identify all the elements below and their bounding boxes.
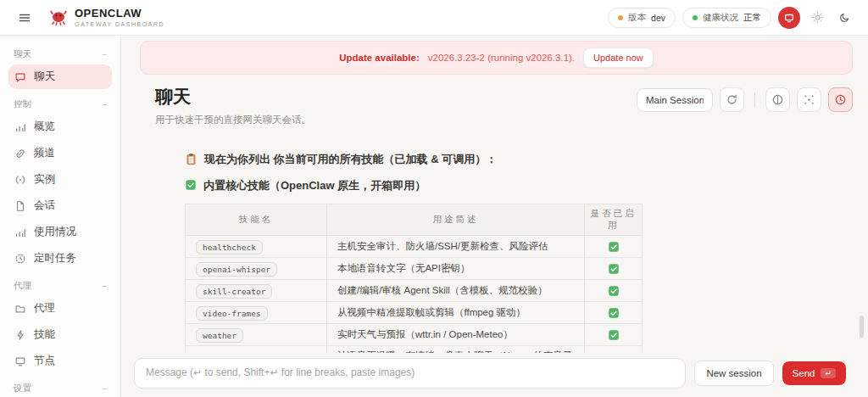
hamburger-icon [18, 11, 31, 25]
sidebar-item-channels[interactable]: 频道 [8, 141, 112, 165]
instance-icon [14, 174, 26, 186]
sidebar-item-usage[interactable]: 使用情况 [8, 220, 112, 244]
version-badge: 版本 dev [608, 8, 676, 28]
message-input[interactable] [134, 358, 686, 389]
skill-description: 创建/编辑/审核 Agent Skill（含模板、规范校验） [326, 280, 584, 302]
sidebar-item-label: 频道 [34, 146, 55, 160]
skills-table-body: healthcheck主机安全审计、防火墙/SSH/更新检查、风险评估opena… [186, 236, 643, 354]
table-row: characteristic-voice让语音更温暖、有情绪、像真人聊天（Nan… [186, 346, 643, 354]
table-row: healthcheck主机安全审计、防火墙/SSH/更新检查、风险评估 [186, 236, 643, 258]
table-header-desc: 用途简述 [326, 204, 584, 236]
main-content: Update available: v2026.3.23-2 (running … [121, 36, 868, 397]
clock-icon [834, 93, 847, 106]
sidebar-item-label: 会话 [34, 198, 55, 213]
message-composer: New session Send ↵ [121, 353, 868, 397]
sidebar-item-sessions[interactable]: 会话 [8, 193, 112, 218]
update-now-button[interactable]: Update now [583, 48, 654, 68]
update-banner: Update available: v2026.3.23-2 (running … [140, 41, 853, 75]
chat-scrollbar-thumb[interactable] [860, 316, 864, 338]
skill-description: 主机安全审计、防火墙/SSH/更新检查、风险评估 [326, 236, 584, 258]
send-button[interactable]: Send ↵ [782, 361, 846, 385]
sidebar-item-nodes[interactable]: 节点 [8, 349, 112, 373]
sidebar: 聊天−聊天控制−概览频道实例会话使用情况定时任务代理−代理技能节点设置−配置调试 [0, 36, 121, 397]
table-row: weather实时天气与预报（wttr.in / Open-Meteo） [186, 324, 643, 346]
page-title: 聊天 [155, 85, 311, 109]
refresh-button[interactable] [720, 87, 744, 112]
skill-name-chip: weather [196, 328, 243, 343]
check-icon [185, 179, 197, 191]
chat-message-line: 现在为你列出 你当前可用的所有技能（已加载 & 可调用）： [185, 152, 868, 167]
collapse-icon: − [102, 282, 107, 291]
scan-icon [803, 93, 815, 106]
folder-icon [14, 303, 26, 315]
clock-dashed-icon [14, 253, 26, 265]
sidebar-section-label[interactable]: 代理− [8, 272, 112, 296]
skill-name-chip: video-frames [196, 306, 268, 321]
sidebar-section-label[interactable]: 聊天− [8, 41, 112, 64]
skill-name-chip: healthcheck [196, 240, 263, 254]
app-logo: OPENCLAW GATEWAY DASHBOARD [49, 7, 164, 28]
sidebar-item-label: 实例 [34, 172, 55, 187]
top-header: OPENCLAW GATEWAY DASHBOARD 版本 dev 健康状况 正… [0, 0, 868, 36]
divider [754, 92, 755, 108]
document-icon [14, 200, 26, 212]
enabled-check-icon [608, 307, 620, 317]
sidebar-item-label: 技能 [34, 327, 55, 342]
sidebar-item-label: 定时任务 [34, 251, 76, 266]
monitor-icon [14, 355, 26, 367]
table-row: openai-whisper本地语音转文字（无API密钥） [186, 258, 643, 280]
details-toggle-button[interactable] [765, 87, 790, 112]
sidebar-item-cron[interactable]: 定时任务 [8, 246, 112, 271]
sidebar-item-label: 使用情况 [34, 225, 76, 239]
refresh-icon [726, 93, 738, 106]
chat-message-area: 现在为你列出 你当前可用的所有技能（已加载 & 可调用）： 内置核心技能（Ope… [121, 126, 868, 353]
sidebar-item-label: 代理 [34, 301, 55, 316]
sidebar-item-agents[interactable]: 代理 [8, 296, 112, 321]
light-theme-button[interactable] [807, 8, 827, 28]
lightning-icon [14, 329, 26, 341]
session-name-input[interactable] [637, 88, 713, 112]
bar-chart-icon [14, 226, 26, 238]
table-header-skill: 技能名 [186, 204, 327, 236]
chat-bubble-icon [14, 71, 26, 83]
enabled-check-icon [608, 329, 620, 339]
skill-description: 从视频中精准提取帧或剪辑（ffmpeg 驱动） [326, 302, 584, 324]
logo-crab-icon [49, 8, 68, 27]
skill-name-chip: openai-whisper [196, 262, 277, 277]
sidebar-item-label: 节点 [34, 354, 55, 368]
dark-theme-button[interactable] [834, 8, 854, 28]
health-dot-icon [693, 15, 698, 20]
sidebar-item-chat[interactable]: 聊天 [8, 64, 112, 89]
sun-icon [811, 11, 824, 24]
new-session-button[interactable]: New session [694, 361, 773, 386]
history-button[interactable] [828, 87, 853, 112]
sidebar-item-instances[interactable]: 实例 [8, 167, 112, 192]
focus-button[interactable] [797, 87, 821, 112]
sidebar-item-skills[interactable]: 技能 [8, 322, 112, 347]
enter-key-badge: ↵ [821, 368, 836, 378]
screen-icon [783, 12, 795, 24]
enabled-check-icon [608, 285, 620, 295]
app-title: OPENCLAW [75, 7, 164, 20]
screen-share-button[interactable] [778, 7, 800, 29]
sidebar-section-label[interactable]: 控制− [8, 91, 112, 115]
skill-description: 让语音更温暖、有情绪、像真人聊天（Nancy 的声音灵魂） [326, 346, 584, 354]
bar-chart-icon [14, 121, 26, 133]
skill-name-chip: skill-creator [196, 284, 272, 299]
update-banner-text: v2026.3.23-2 (running v2026.3.1). [428, 53, 575, 63]
table-row: video-frames从视频中精准提取帧或剪辑（ffmpeg 驱动） [186, 302, 643, 324]
link-icon [14, 148, 26, 159]
menu-button[interactable] [14, 7, 36, 29]
sidebar-item-label: 概览 [34, 120, 55, 134]
collapse-icon: − [102, 100, 107, 109]
sidebar-item-overview[interactable]: 概览 [8, 115, 112, 139]
info-circle-icon [771, 93, 784, 106]
table-row: skill-creator创建/编辑/审核 Agent Skill（含模板、规范… [186, 280, 643, 302]
skill-description: 实时天气与预报（wttr.in / Open-Meteo） [326, 324, 584, 346]
sidebar-item-label: 聊天 [34, 70, 55, 84]
sidebar-section-label[interactable]: 设置− [8, 375, 112, 397]
update-banner-title: Update available: [339, 53, 420, 63]
app-subtitle: GATEWAY DASHBOARD [75, 20, 164, 28]
skills-table: 技能名 用途简述 是否已启用 healthcheck主机安全审计、防火墙/SSH… [185, 204, 643, 353]
table-header-enabled: 是否已启用 [585, 204, 643, 236]
